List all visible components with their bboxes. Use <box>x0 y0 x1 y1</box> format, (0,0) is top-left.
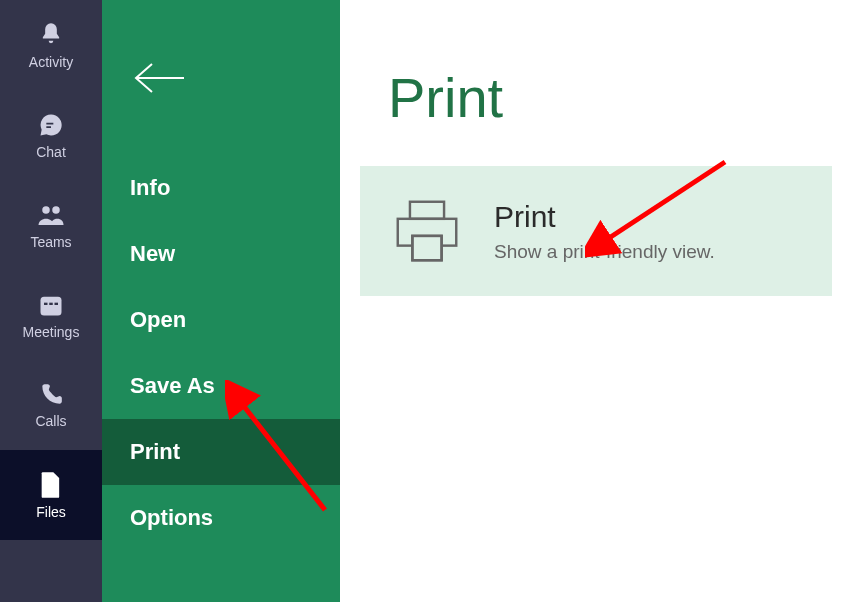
svg-point-1 <box>52 206 60 214</box>
rail-item-calls[interactable]: Calls <box>0 360 102 450</box>
backstage-item-print[interactable]: Print <box>102 419 340 485</box>
print-card[interactable]: Print Show a print-friendly view. <box>360 166 832 296</box>
backstage-item-new[interactable]: New <box>102 221 340 287</box>
teams-navigation-rail: Activity Chat Teams Meetings Calls <box>0 0 102 602</box>
back-arrow-icon <box>130 60 186 96</box>
printer-icon <box>388 192 466 270</box>
rail-item-label: Calls <box>35 414 66 428</box>
svg-rect-9 <box>412 236 441 260</box>
backstage-item-info[interactable]: Info <box>102 155 340 221</box>
svg-rect-4 <box>49 303 53 305</box>
phone-icon <box>38 382 64 408</box>
rail-item-meetings[interactable]: Meetings <box>0 270 102 360</box>
print-card-subtitle: Show a print-friendly view. <box>494 242 715 261</box>
backstage-menu: Info New Open Save As Print Options <box>102 0 340 602</box>
calendar-icon <box>37 291 65 319</box>
rail-item-label: Meetings <box>23 325 80 339</box>
rail-item-teams[interactable]: Teams <box>0 180 102 270</box>
svg-rect-5 <box>55 303 59 305</box>
rail-item-chat[interactable]: Chat <box>0 90 102 180</box>
print-card-texts: Print Show a print-friendly view. <box>494 202 715 261</box>
svg-point-0 <box>42 206 50 214</box>
rail-item-label: Files <box>36 505 66 519</box>
backstage-item-open[interactable]: Open <box>102 287 340 353</box>
bell-icon <box>37 21 65 49</box>
rail-item-activity[interactable]: Activity <box>0 0 102 90</box>
rail-item-label: Activity <box>29 55 73 69</box>
page-title: Print <box>388 70 851 126</box>
people-icon <box>36 201 66 229</box>
main-panel: Print Print Show a print-friendly view. <box>340 0 851 602</box>
svg-rect-3 <box>44 303 48 305</box>
chat-icon <box>37 111 65 139</box>
rail-item-label: Teams <box>30 235 71 249</box>
backstage-item-options[interactable]: Options <box>102 485 340 551</box>
svg-rect-2 <box>41 297 62 316</box>
rail-item-files[interactable]: Files <box>0 450 102 540</box>
backstage-item-saveas[interactable]: Save As <box>102 353 340 419</box>
rail-item-label: Chat <box>36 145 66 159</box>
svg-rect-7 <box>410 202 444 219</box>
print-card-title: Print <box>494 202 715 232</box>
back-button[interactable] <box>102 0 340 155</box>
file-icon <box>39 471 63 499</box>
